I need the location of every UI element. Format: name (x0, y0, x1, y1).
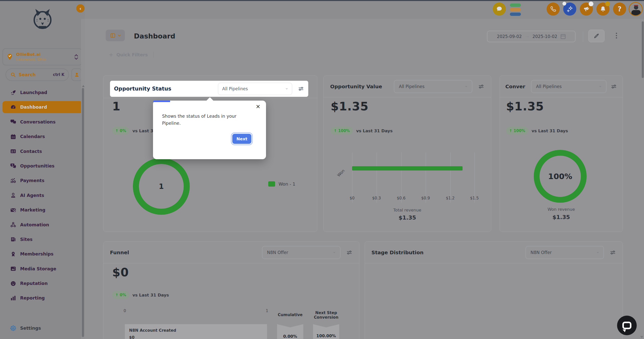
opportunity-value-amount: $1.35 (331, 100, 369, 113)
svg-text:$: $ (12, 164, 13, 166)
column-header-cumulative: Cumulative (277, 313, 303, 317)
announcement-dot (589, 2, 593, 6)
sidebar-scrollbar-up-arrow[interactable] (82, 85, 85, 87)
sidebar-item-calendars[interactable]: Calendars (3, 131, 82, 143)
sidebar-item-media-storage[interactable]: Media Storage (3, 263, 82, 275)
automation-nodes-icon (10, 222, 16, 228)
filter-sliders-icon[interactable] (478, 83, 484, 90)
sidebar-item-automation[interactable]: Automation (3, 219, 82, 231)
pipeline-select[interactable]: All Pipelines › (218, 83, 292, 95)
x-tick: $0 (343, 196, 361, 200)
chat-bubble-icon (622, 322, 631, 329)
phone-button[interactable] (547, 3, 560, 16)
chevron-down-icon: › (332, 251, 337, 253)
tour-tooltip: × Shows the status of Leads in your Pipe… (153, 101, 266, 159)
dashboard-gauge-icon (10, 104, 16, 110)
user-avatar[interactable] (629, 2, 643, 16)
pipeline-select[interactable]: N8N Offer › (525, 246, 604, 259)
bell-icon (599, 6, 607, 13)
page-title: Dashboard (134, 32, 175, 40)
pipeline-select-value: N8N Offer (267, 250, 288, 255)
announcements-button[interactable] (580, 3, 593, 16)
sidebar-item-dashboard[interactable]: Dashboard (3, 101, 82, 113)
filter-sliders-icon[interactable] (610, 249, 616, 256)
pipeline-select-value: N8N Offer (531, 250, 552, 255)
search-input[interactable]: Search ctrl K (6, 68, 69, 81)
sidebar-item-payments[interactable]: $ Payments (3, 175, 82, 187)
delta-badge: ↑ 0% (112, 127, 129, 135)
date-range-picker[interactable]: 2025-09-02 → 2025-10-02 (487, 31, 576, 42)
funnel-cumulative-cell: 0.00% (277, 324, 303, 339)
chat-bubbles-icon (10, 119, 16, 125)
dashboard-switcher-button[interactable] (106, 30, 125, 41)
main-scrollbar-thumb[interactable] (642, 21, 644, 78)
stack-bar-orange (510, 8, 521, 11)
close-icon[interactable]: × (256, 104, 260, 109)
main-scrollbar-down-arrow[interactable] (640, 336, 643, 338)
notifications-button[interactable] (596, 3, 610, 16)
date-arrow-icon: → (525, 34, 529, 39)
newspaper-icon (10, 236, 16, 242)
phone-icon (550, 6, 557, 13)
delta-badge: ↑ 0% (112, 291, 129, 299)
feedback-chat-button[interactable] (493, 3, 506, 16)
sidebar-item-conversations[interactable]: Conversations (3, 116, 82, 128)
sidebar-item-launchpad[interactable]: Launchpad (3, 87, 82, 99)
contact-search-button[interactable] (71, 68, 82, 81)
sidebar-item-reporting[interactable]: Reporting (3, 292, 82, 304)
layout-grid-icon (110, 32, 116, 38)
sidebar-item-reputation[interactable]: Reputation (3, 277, 82, 289)
vs-label: vs Last 31 Days (132, 293, 169, 298)
sidebar-item-ai-agents[interactable]: AI Agents (3, 189, 82, 201)
funnel-stage-bar[interactable]: N8N Account Created $0 (125, 324, 267, 339)
location-switcher[interactable]: OllieBot.ai Lakewood, Ohio (3, 48, 82, 65)
card-title: Opportunity Value (330, 83, 388, 90)
donut-center-value: 100% (548, 172, 572, 181)
ribbon-badge-icon (10, 251, 16, 257)
edit-dashboard-button[interactable] (588, 30, 604, 42)
filter-sliders-icon[interactable] (611, 83, 617, 90)
pipeline-select[interactable]: All Pipelines › (531, 80, 607, 93)
legend-won[interactable]: Won - 1 (268, 181, 295, 187)
delta-row: ↑ 100% vs Last 31 Days (331, 127, 393, 135)
sidebar-collapse-button[interactable]: ‹ (76, 4, 85, 13)
tour-text: Shows the status of Leads in your Pipeli… (162, 113, 253, 127)
card-title: Conver (505, 83, 527, 90)
help-button[interactable]: ? (613, 3, 626, 16)
cumulative-value: 0.00% (277, 334, 303, 339)
card-title: Funnel (110, 249, 256, 256)
column-header-next-step: Next Step Conversion (313, 311, 339, 320)
filter-sliders-icon[interactable] (298, 86, 304, 92)
filter-sliders-icon[interactable] (346, 249, 353, 256)
stack-bars-icon[interactable] (510, 4, 521, 16)
dollar-chat-icon: $ (10, 163, 16, 169)
vs-label: vs Last 31 Days (356, 129, 393, 133)
pipeline-select[interactable]: N8N Offer › (262, 246, 340, 259)
sidebar-item-sites[interactable]: Sites (3, 233, 82, 245)
sidebar-item-marketing[interactable]: Marketing (3, 204, 82, 216)
sidebar-item-memberships[interactable]: Memberships (3, 248, 82, 260)
ai-notification-dot (562, 2, 566, 6)
card-stage-distribution: Stage Distribution N8N Offer › (365, 241, 623, 339)
more-options-button[interactable] (614, 33, 619, 38)
calendar-icon (10, 134, 16, 140)
quick-filters-button[interactable]: + Quick Filters (109, 52, 154, 58)
image-icon (10, 266, 16, 272)
chevron-down-icon: › (596, 251, 601, 253)
pipeline-select[interactable]: All Pipelines › (394, 80, 472, 93)
sidebar-item-label: Payments (20, 178, 44, 183)
sidebar-item-settings[interactable]: Settings (3, 322, 82, 334)
ai-assistant-button[interactable] (563, 3, 576, 16)
delta-row: ↑ 0% vs Last 31 Days (112, 291, 169, 299)
gear-icon (10, 325, 16, 331)
legend-label: Won - 1 (279, 182, 295, 187)
sidebar-item-label: Reputation (20, 281, 48, 286)
sidebar-item-opportunities[interactable]: $ Opportunities (3, 160, 82, 172)
next-button[interactable]: Next (232, 134, 251, 144)
card-header: Conver All Pipelines › (500, 76, 623, 97)
card-header: Funnel N8N Offer › (103, 242, 359, 263)
live-chat-widget-button[interactable] (617, 316, 637, 335)
sidebar-item-contacts[interactable]: Contacts (3, 145, 82, 157)
sidebar-scrollbar-thumb[interactable] (82, 88, 84, 337)
topbar (85, 1, 644, 19)
